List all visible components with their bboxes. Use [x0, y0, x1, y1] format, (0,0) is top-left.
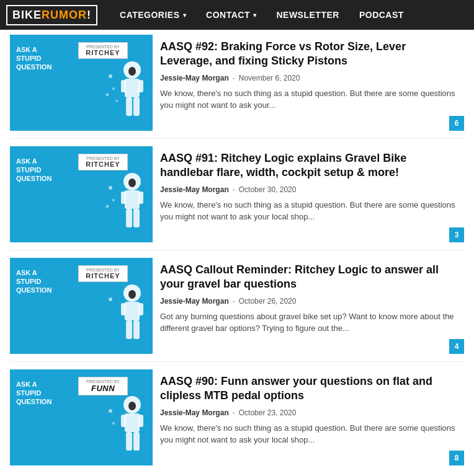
article-info: AASQ #91: Ritchey Logic explains Gravel …	[153, 146, 464, 242]
logo-exclaim: !	[87, 9, 91, 21]
svg-rect-2	[125, 79, 140, 97]
article-author[interactable]: Jessie-May Morgan	[160, 408, 229, 417]
article-meta: Jessie-May Morgan - October 26, 2020	[160, 297, 457, 306]
article-thumbnail[interactable]: ASK A STUPID QUESTION PRESENTED BY FUNN	[10, 369, 153, 465]
article-thumbnail[interactable]: ASK A STUPID QUESTION PRESENTED BY RITCH…	[10, 35, 153, 131]
article-info: AASQ #90: Funn answer your questions on …	[153, 369, 464, 465]
brand-name: RITCHEY	[83, 49, 123, 56]
character-illustration	[101, 169, 148, 242]
character-illustration	[101, 281, 148, 354]
article-meta: Jessie-May Morgan - October 23, 2020	[160, 408, 457, 417]
article-author[interactable]: Jessie-May Morgan	[160, 74, 229, 82]
aasq-label: ASK A STUPID QUESTION	[16, 157, 51, 183]
thumbnail-inner: ASK A STUPID QUESTION PRESENTED BY RITCH…	[10, 146, 153, 242]
presented-by-label: PRESENTED BY	[83, 268, 123, 272]
nav-newsletter[interactable]: NEWSLETTER	[266, 0, 349, 30]
svg-point-20	[106, 205, 109, 208]
article-title[interactable]: AASQ #90: Funn answer your questions on …	[160, 374, 457, 403]
article-card: ASK A STUPID QUESTION PRESENTED BY FUNN	[10, 369, 464, 473]
chevron-down-icon: ▾	[183, 12, 187, 19]
brand-name-funn: FUNN	[83, 384, 123, 393]
article-excerpt: We know, there's no such thing as a stup…	[160, 87, 457, 112]
svg-rect-26	[126, 320, 132, 339]
svg-point-9	[106, 94, 109, 97]
presenter-badge: PRESENTED BY RITCHEY	[78, 265, 128, 282]
meta-separator: -	[233, 408, 235, 417]
article-card: ASK A STUPID QUESTION PRESENTED BY RITCH…	[10, 146, 464, 250]
svg-point-37	[112, 422, 115, 425]
chevron-down-icon: ▾	[253, 12, 257, 19]
logo-bike: BIKE	[12, 9, 42, 21]
meta-separator: -	[233, 297, 235, 306]
character-illustration	[101, 392, 148, 465]
brand-name: RITCHEY	[83, 272, 123, 280]
article-excerpt: We know, there's no such thing as a stup…	[160, 199, 457, 223]
article-meta: Jessie-May Morgan - October 30, 2020	[160, 185, 457, 194]
svg-point-8	[112, 87, 115, 90]
site-header: BIKERUMOR! CATEGORIES ▾ CONTACT ▾ NEWSLE…	[0, 0, 474, 30]
article-thumbnail[interactable]: ASK A STUPID QUESTION PRESENTED BY RITCH…	[10, 258, 153, 354]
article-thumbnail[interactable]: ASK A STUPID QUESTION PRESENTED BY RITCH…	[10, 146, 153, 242]
presented-by-label: PRESENTED BY	[83, 379, 123, 384]
svg-point-19	[112, 199, 115, 201]
svg-rect-13	[125, 190, 140, 209]
main-content: ASK A STUPID QUESTION PRESENTED BY RITCH…	[0, 30, 474, 476]
svg-rect-16	[126, 209, 132, 227]
article-author[interactable]: Jessie-May Morgan	[160, 185, 229, 194]
svg-rect-23	[125, 302, 140, 320]
svg-rect-3	[121, 80, 126, 92]
article-card: ASK A STUPID QUESTION PRESENTED BY RITCH…	[10, 35, 464, 139]
comment-count-badge[interactable]: 4	[449, 339, 464, 354]
article-meta: Jessie-May Morgan - November 6, 2020	[160, 74, 457, 82]
brand-name: RITCHEY	[83, 161, 123, 168]
article-date: October 23, 2020	[239, 408, 297, 417]
logo-rumor: RUMOR	[42, 9, 87, 21]
aasq-label: ASK A STUPID QUESTION	[16, 46, 51, 71]
presenter-badge: PRESENTED BY RITCHEY	[78, 42, 128, 59]
comment-count-badge[interactable]: 8	[449, 451, 464, 465]
svg-rect-24	[121, 303, 126, 315]
svg-point-22	[128, 290, 136, 299]
svg-point-1	[128, 67, 136, 76]
svg-rect-27	[133, 320, 140, 339]
article-excerpt: Got any burning questions about gravel b…	[160, 311, 457, 335]
article-info: AASQ Callout Reminder: Ritchey Logic to …	[153, 258, 464, 354]
article-date: November 6, 2020	[239, 74, 300, 82]
site-logo[interactable]: BIKERUMOR!	[6, 5, 97, 25]
article-info: AASQ #92: Braking Force vs Rotor Size, L…	[153, 35, 464, 131]
article-title[interactable]: AASQ Callout Reminder: Ritchey Logic to …	[160, 263, 457, 292]
svg-point-7	[109, 74, 112, 78]
presenter-badge: PRESENTED BY RITCHEY	[78, 154, 128, 170]
article-author[interactable]: Jessie-May Morgan	[160, 297, 229, 306]
svg-point-36	[109, 409, 112, 413]
comment-count-badge[interactable]: 6	[449, 116, 464, 131]
svg-rect-4	[138, 80, 143, 92]
svg-rect-14	[121, 192, 126, 204]
nav-podcast[interactable]: PODCAST	[349, 0, 414, 30]
aasq-label: ASK A STUPID QUESTION	[16, 269, 51, 294]
thumbnail-inner: ASK A STUPID QUESTION PRESENTED BY FUNN	[10, 369, 153, 465]
aasq-label: ASK A STUPID QUESTION	[16, 381, 51, 406]
thumbnail-inner: ASK A STUPID QUESTION PRESENTED BY RITCH…	[10, 35, 153, 131]
nav-contact[interactable]: CONTACT ▾	[196, 0, 266, 30]
main-nav: CATEGORIES ▾ CONTACT ▾ NEWSLETTER PODCAS…	[110, 0, 414, 30]
comment-count-badge[interactable]: 3	[449, 227, 464, 242]
article-title[interactable]: AASQ #92: Braking Force vs Rotor Size, L…	[160, 40, 457, 69]
article-date: October 26, 2020	[239, 297, 297, 306]
article-excerpt: We know, there's no such thing as a stup…	[160, 422, 457, 446]
svg-point-10	[115, 100, 118, 102]
svg-rect-35	[133, 432, 140, 451]
svg-rect-32	[121, 415, 126, 427]
svg-rect-31	[125, 413, 140, 432]
svg-point-28	[109, 298, 112, 301]
svg-rect-15	[138, 192, 143, 204]
svg-rect-34	[126, 432, 132, 451]
character-illustration	[101, 58, 148, 131]
svg-point-30	[128, 402, 136, 410]
nav-categories[interactable]: CATEGORIES ▾	[110, 0, 196, 30]
thumbnail-inner: ASK A STUPID QUESTION PRESENTED BY RITCH…	[10, 258, 153, 354]
nav-contact-label: CONTACT	[206, 10, 250, 20]
svg-point-18	[109, 186, 112, 190]
meta-separator: -	[233, 185, 235, 194]
article-title[interactable]: AASQ #91: Ritchey Logic explains Gravel …	[160, 151, 457, 180]
